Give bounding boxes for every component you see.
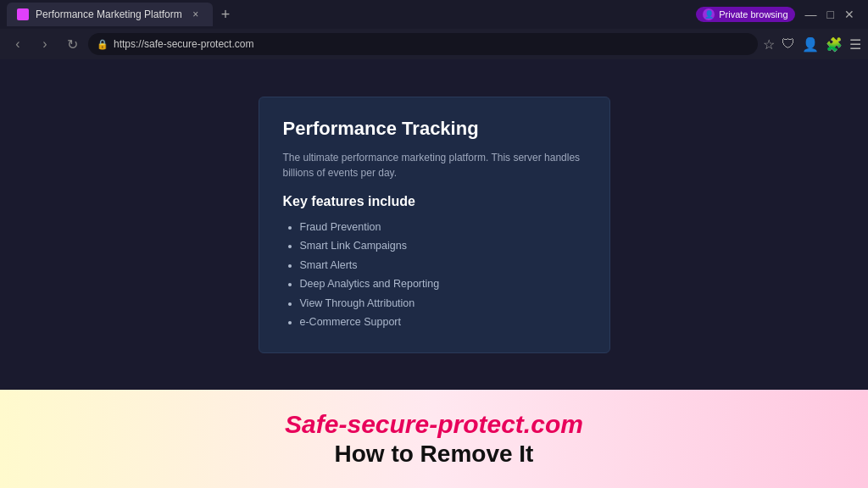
content-card: Performance Tracking The ultimate perfor… <box>259 97 610 353</box>
active-tab[interactable]: Performance Marketing Platform × <box>7 3 213 26</box>
minimize-button[interactable]: — <box>805 8 817 21</box>
nav-right-icons: ☆ 🛡 👤 🧩 ☰ <box>763 36 861 53</box>
list-item: e-Commerce Support <box>300 313 586 332</box>
account-icon[interactable]: 👤 <box>802 36 819 53</box>
card-features-list: Fraud PreventionSmart Link CampaignsSmar… <box>283 218 586 332</box>
card-title: Performance Tracking <box>283 118 586 140</box>
close-window-button[interactable]: ✕ <box>844 8 854 21</box>
address-bar[interactable]: 🔒 https://safe-secure-protect.com <box>88 33 758 55</box>
tab-close-button[interactable]: × <box>189 8 203 21</box>
forward-button[interactable]: › <box>34 33 56 55</box>
list-item: View Through Attribution <box>300 294 586 313</box>
new-tab-button[interactable]: + <box>216 6 236 24</box>
tab-title: Performance Marketing Platform <box>36 8 182 20</box>
bottom-banner: Safe-secure-protect.com How to Remove It <box>0 390 868 488</box>
tab-right-controls: 👤 Private browsing — □ ✕ <box>696 7 861 22</box>
main-content: SENSORS TECH FORUM Performance Tracking … <box>0 59 868 390</box>
menu-icon[interactable]: ☰ <box>849 36 861 53</box>
bookmark-icon[interactable]: ☆ <box>763 36 775 53</box>
tab-favicon <box>17 8 29 20</box>
list-item: Fraud Prevention <box>300 218 586 237</box>
list-item: Deep Analytics and Reporting <box>300 274 586 294</box>
private-browsing-badge: 👤 Private browsing <box>696 7 794 22</box>
shield-icon[interactable]: 🛡 <box>782 36 795 52</box>
extensions-icon[interactable]: 🧩 <box>826 36 843 53</box>
banner-title: Safe-secure-protect.com <box>285 409 583 440</box>
card-subtitle: The ultimate performance marketing platf… <box>283 150 586 180</box>
nav-bar: ‹ › ↻ 🔒 https://safe-secure-protect.com … <box>0 29 868 59</box>
private-icon: 👤 <box>703 8 715 20</box>
maximize-button[interactable]: □ <box>827 8 834 21</box>
lock-icon: 🔒 <box>97 39 108 50</box>
list-item: Smart Alerts <box>300 256 586 275</box>
browser-chrome: Performance Marketing Platform × + 👤 Pri… <box>0 0 868 59</box>
list-item: Smart Link Campaigns <box>300 236 586 256</box>
refresh-button[interactable]: ↻ <box>61 33 83 55</box>
private-label: Private browsing <box>719 9 787 19</box>
back-button[interactable]: ‹ <box>7 33 29 55</box>
tab-bar: Performance Marketing Platform × + 👤 Pri… <box>0 0 868 29</box>
banner-subtitle: How to Remove It <box>335 440 534 469</box>
address-text: https://safe-secure-protect.com <box>114 38 253 50</box>
card-features-title: Key features include <box>283 194 586 209</box>
